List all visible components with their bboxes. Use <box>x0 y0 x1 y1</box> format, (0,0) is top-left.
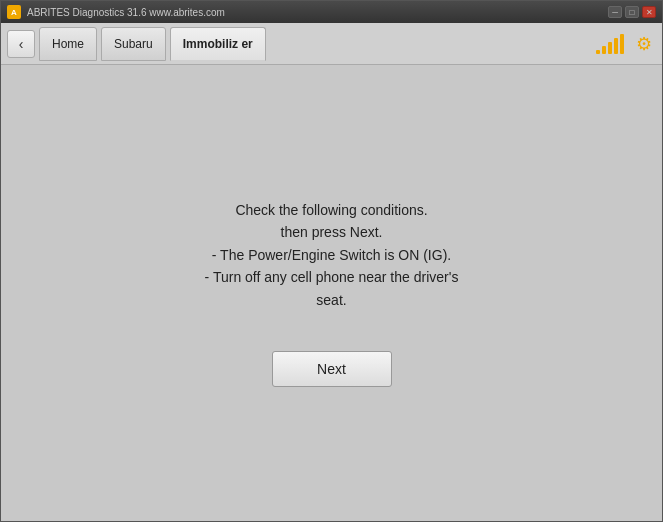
signal-bar-1 <box>596 50 600 54</box>
minimize-button[interactable]: ─ <box>608 6 622 18</box>
svg-text:A: A <box>11 8 17 17</box>
tab-immobilizer[interactable]: Immobiliz er <box>170 27 266 61</box>
tab-subaru[interactable]: Subaru <box>101 27 166 61</box>
toolbar-right: ⚙ <box>596 32 656 56</box>
signal-bar-3 <box>608 42 612 54</box>
close-button[interactable]: ✕ <box>642 6 656 18</box>
message-area: Check the following conditions. then pre… <box>205 199 459 311</box>
signal-strength-icon <box>596 34 624 54</box>
toolbar: ‹ Home Subaru Immobiliz er ⚙ <box>1 23 662 65</box>
main-content: Check the following conditions. then pre… <box>1 65 662 521</box>
signal-bar-5 <box>620 34 624 54</box>
title-bar-left: A ABRITES Diagnostics 31.6 www.abrites.c… <box>7 5 225 19</box>
message-line5: seat. <box>316 292 346 308</box>
app-icon: A <box>7 5 21 19</box>
message-line2: then press Next. <box>281 224 383 240</box>
signal-bar-2 <box>602 46 606 54</box>
message-line4: - Turn off any cell phone near the drive… <box>205 269 459 285</box>
back-button[interactable]: ‹ <box>7 30 35 58</box>
signal-bar-4 <box>614 38 618 54</box>
maximize-button[interactable]: □ <box>625 6 639 18</box>
message-line1: Check the following conditions. <box>235 202 427 218</box>
settings-icon[interactable]: ⚙ <box>632 32 656 56</box>
back-icon: ‹ <box>19 36 24 52</box>
window-title: ABRITES Diagnostics 31.6 www.abrites.com <box>27 7 225 18</box>
next-button[interactable]: Next <box>272 351 392 387</box>
main-window: A ABRITES Diagnostics 31.6 www.abrites.c… <box>0 0 663 522</box>
message-text: Check the following conditions. then pre… <box>205 199 459 311</box>
message-line3: - The Power/Engine Switch is ON (IG). <box>212 247 451 263</box>
window-controls: ─ □ ✕ <box>608 6 656 18</box>
toolbar-left: ‹ Home Subaru Immobiliz er <box>7 27 266 61</box>
tab-home[interactable]: Home <box>39 27 97 61</box>
title-bar: A ABRITES Diagnostics 31.6 www.abrites.c… <box>1 1 662 23</box>
